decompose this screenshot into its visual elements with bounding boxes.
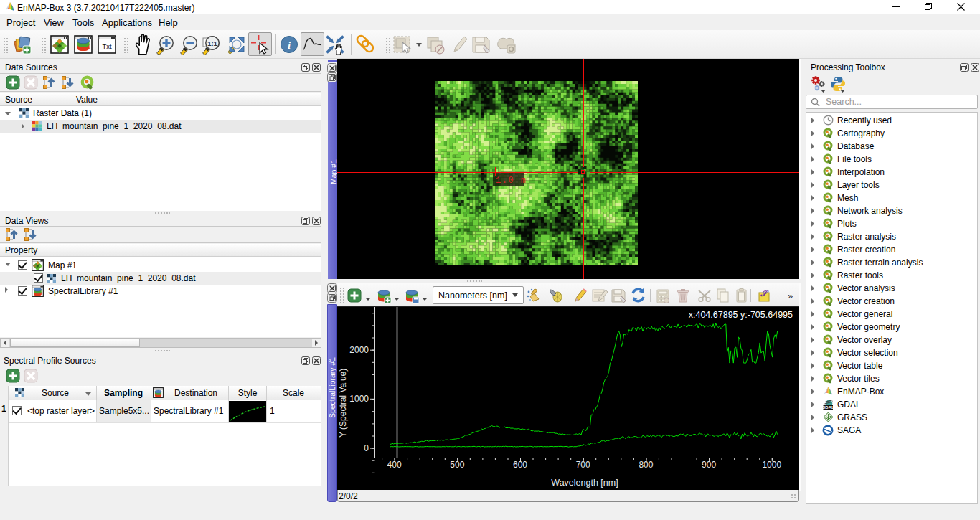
svg-text:700: 700 — [576, 460, 590, 470]
svg-text:500: 500 — [450, 460, 464, 470]
svg-text:900: 900 — [702, 460, 716, 470]
svg-text:1:1: 1:1 — [207, 39, 217, 47]
svg-text:0: 0 — [364, 443, 369, 453]
svg-text:Txt: Txt — [102, 42, 112, 50]
svg-text:Y (Spectral Value): Y (Spectral Value) — [338, 369, 348, 438]
svg-text:600: 600 — [513, 460, 527, 470]
svg-text:400: 400 — [387, 460, 402, 470]
svg-text:GDAL: GDAL — [822, 405, 834, 410]
svg-text:800: 800 — [639, 460, 653, 470]
svg-text:1000: 1000 — [762, 460, 781, 470]
svg-text:2000: 2000 — [349, 345, 369, 355]
svg-text:x:404.67895 y:-705.64995: x:404.67895 y:-705.64995 — [689, 310, 793, 320]
svg-text:1000: 1000 — [349, 394, 369, 404]
svg-text:Wavelength [nm]: Wavelength [nm] — [551, 478, 618, 488]
